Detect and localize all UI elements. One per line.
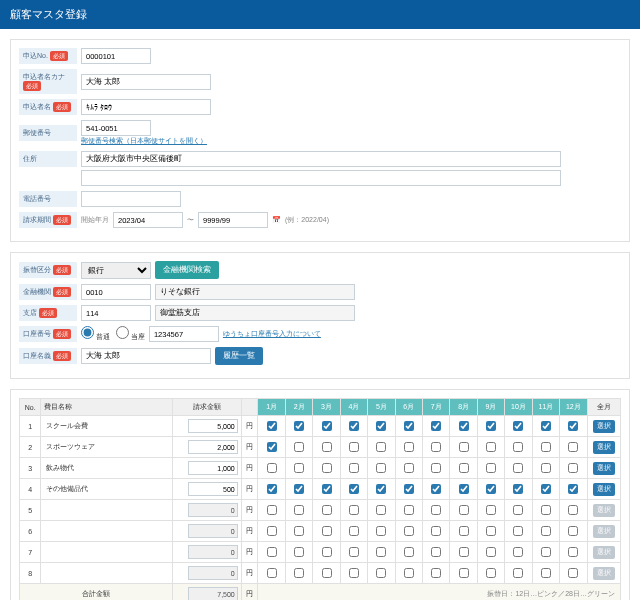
input-addr1[interactable] [81,151,561,167]
month-check[interactable] [513,547,523,557]
month-check[interactable] [431,421,441,431]
input-kana[interactable] [81,74,211,90]
month-check[interactable] [431,484,441,494]
month-check[interactable] [267,526,277,536]
yucho-link[interactable]: ゆうちょ口座番号入力について [223,329,321,339]
month-check[interactable] [267,442,277,452]
month-check[interactable] [431,547,441,557]
month-check[interactable] [376,463,386,473]
month-check[interactable] [513,442,523,452]
month-check[interactable] [568,526,578,536]
amount-input[interactable] [188,482,238,496]
month-check[interactable] [267,505,277,515]
month-check[interactable] [459,526,469,536]
input-end[interactable] [198,212,268,228]
month-check[interactable] [267,463,277,473]
month-check[interactable] [541,547,551,557]
month-check[interactable] [541,505,551,515]
btn-bank-search[interactable]: 金融機関検索 [155,261,219,279]
month-check[interactable] [376,421,386,431]
btn-history[interactable]: 履歴一覧 [215,347,263,365]
month-check[interactable] [294,568,304,578]
month-check[interactable] [459,568,469,578]
month-check[interactable] [322,442,332,452]
month-check[interactable] [541,421,551,431]
month-check[interactable] [568,421,578,431]
month-check[interactable] [294,442,304,452]
input-bank-code[interactable] [81,284,151,300]
select-btn[interactable]: 選択 [593,462,615,475]
month-check[interactable] [513,421,523,431]
month-check[interactable] [486,442,496,452]
month-check[interactable] [322,484,332,494]
month-check[interactable] [376,568,386,578]
month-check[interactable] [349,463,359,473]
month-check[interactable] [459,484,469,494]
calendar-icon[interactable]: 📅 [272,216,281,224]
month-check[interactable] [541,442,551,452]
month-check[interactable] [431,505,441,515]
month-check[interactable] [513,568,523,578]
month-check[interactable] [568,568,578,578]
month-check[interactable] [486,421,496,431]
month-check[interactable] [486,463,496,473]
month-check[interactable] [404,547,414,557]
month-check[interactable] [486,484,496,494]
month-check[interactable] [513,505,523,515]
month-check[interactable] [404,568,414,578]
month-check[interactable] [541,484,551,494]
month-check[interactable] [513,526,523,536]
month-check[interactable] [431,442,441,452]
month-check[interactable] [322,526,332,536]
month-check[interactable] [486,568,496,578]
month-check[interactable] [267,547,277,557]
month-check[interactable] [568,442,578,452]
month-check[interactable] [294,484,304,494]
month-check[interactable] [404,442,414,452]
select-btn[interactable]: 選択 [593,441,615,454]
month-check[interactable] [349,526,359,536]
month-check[interactable] [294,463,304,473]
month-check[interactable] [267,484,277,494]
input-branch-code[interactable] [81,305,151,321]
month-check[interactable] [513,484,523,494]
month-check[interactable] [376,526,386,536]
month-check[interactable] [431,463,441,473]
month-check[interactable] [404,484,414,494]
month-check[interactable] [294,547,304,557]
month-check[interactable] [349,484,359,494]
month-check[interactable] [376,442,386,452]
month-check[interactable] [294,421,304,431]
month-check[interactable] [349,442,359,452]
month-check[interactable] [486,547,496,557]
month-check[interactable] [322,505,332,515]
month-check[interactable] [459,505,469,515]
month-check[interactable] [568,505,578,515]
month-check[interactable] [322,568,332,578]
input-name[interactable] [81,99,211,115]
month-check[interactable] [541,568,551,578]
amount-input[interactable] [188,461,238,475]
input-appno[interactable] [81,48,151,64]
select-transfer[interactable]: 銀行 [81,262,151,279]
month-check[interactable] [322,463,332,473]
month-check[interactable] [322,421,332,431]
month-check[interactable] [568,547,578,557]
month-check[interactable] [459,547,469,557]
radio-type[interactable]: 普通 当座 [81,326,145,342]
month-check[interactable] [431,568,441,578]
select-btn[interactable]: 選択 [593,483,615,496]
month-check[interactable] [376,484,386,494]
amount-input[interactable] [188,419,238,433]
input-account[interactable] [149,326,219,342]
month-check[interactable] [486,526,496,536]
input-addr2[interactable] [81,170,561,186]
input-holder[interactable] [81,348,211,364]
input-start[interactable] [113,212,183,228]
month-check[interactable] [459,421,469,431]
month-check[interactable] [349,505,359,515]
month-check[interactable] [376,547,386,557]
month-check[interactable] [404,505,414,515]
input-zip[interactable] [81,120,151,136]
month-check[interactable] [541,463,551,473]
